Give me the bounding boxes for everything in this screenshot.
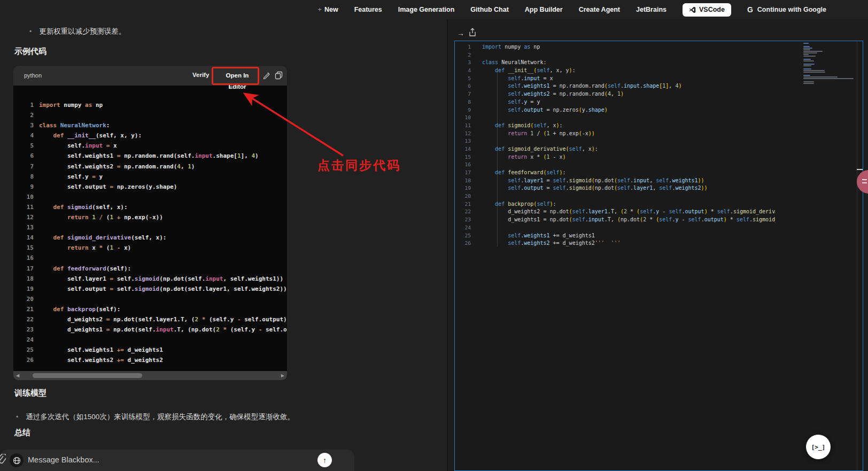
line-number: 8: [455, 98, 471, 106]
scroll-left-icon[interactable]: ◀: [16, 372, 19, 380]
code-line: 15 return x * (1 - x): [13, 243, 287, 253]
code-line: 15 return x * (1 - x): [455, 153, 776, 161]
minimap[interactable]: [803, 43, 856, 91]
line-number: 7: [13, 161, 34, 172]
code-line-content: self.weights1 = np.random.rand(self.inpu…: [482, 82, 681, 90]
code-line: 18 self.layer1 = self.sigmoid(np.dot(sel…: [455, 177, 776, 185]
minimap-line: [803, 48, 812, 49]
share-icon[interactable]: [469, 28, 476, 37]
code-line-content: def backprop(self):: [39, 304, 120, 314]
nav-item-new[interactable]: +New: [318, 6, 338, 13]
badge-glyph: [862, 179, 867, 180]
line-number: 13: [455, 137, 471, 145]
web-search-globe-button[interactable]: [10, 453, 24, 467]
line-number: 17: [13, 264, 34, 274]
code-line: 7 self.weights2 = np.random.rand(4, 1): [13, 161, 287, 172]
bullet-text: 更新权重以减少预测误差。: [39, 27, 126, 36]
line-number: 1: [455, 43, 471, 51]
horizontal-scrollbar[interactable]: ◀ ▶: [13, 371, 287, 380]
arrow-up-icon: ↑: [323, 456, 327, 465]
section-heading-train-model: 训练模型: [14, 388, 46, 398]
line-number: 14: [13, 233, 34, 243]
line-number: 11: [455, 122, 471, 130]
editor-scrollbar[interactable]: [857, 41, 857, 470]
line-number: 11: [13, 202, 34, 212]
code-line: 12 return 1 / (1 + np.exp(-x)): [455, 130, 776, 138]
nav-item-github-chat[interactable]: Github Chat: [470, 6, 509, 13]
minimap-line: [803, 72, 825, 73]
continue-with-google-button[interactable]: G Continue with Google: [747, 5, 826, 14]
code-line: 12 return 1 / (1 + np.exp(-x)): [13, 212, 287, 222]
edit-pencil-icon[interactable]: [262, 71, 270, 79]
code-line-content: self.output = self.sigmoid(np.dot(self.l…: [39, 284, 287, 294]
code-line-content: import numpy as np: [39, 100, 103, 110]
nav-item-create-agent[interactable]: Create Agent: [579, 6, 620, 13]
code-line-content: self.weights2 += d_weights2''' ''': [482, 240, 621, 248]
code-line: 10: [13, 192, 287, 202]
vscode-button[interactable]: VSCode: [683, 3, 731, 17]
code-line: 16: [455, 161, 776, 169]
badge-dash-icon: [857, 169, 863, 170]
list-item: • 更新权重以减少预测误差。: [29, 27, 126, 36]
line-number: 6: [13, 151, 34, 161]
scrollbar-thumb[interactable]: [33, 373, 142, 378]
code-line: 9 self.output = np.zeros(y.shape): [13, 182, 287, 192]
line-number: 12: [13, 212, 34, 222]
line-number: 2: [13, 110, 34, 120]
code-line: 11 def sigmoid(self, x):: [13, 202, 287, 212]
code-line-content: self.output = self.sigmoid(np.dot(self.l…: [482, 184, 708, 192]
vscode-logo-icon: [689, 6, 696, 13]
code-line-content: def __init__(self, x, y):: [482, 67, 576, 75]
line-number: 23: [13, 325, 34, 335]
nav-item-features[interactable]: Features: [354, 6, 382, 13]
code-line: 3class NeuralNetwork:: [455, 59, 776, 67]
minimap-line: [803, 60, 814, 61]
code-line-content: return 1 / (1 + np.exp(-x)): [39, 212, 163, 222]
line-number: 19: [455, 184, 471, 192]
minimap-line: [803, 78, 854, 79]
code-block-body: 1import numpy as np23class NeuralNetwork…: [13, 86, 287, 371]
scroll-right-icon[interactable]: ▶: [281, 372, 284, 380]
line-number: 1: [13, 100, 34, 110]
code-line: 10: [455, 114, 776, 122]
minimap-line: [803, 64, 815, 65]
message-input[interactable]: Message Blackbox...: [28, 455, 99, 464]
code-line-content: def __init__(self, x, y):: [39, 130, 142, 141]
line-number: 12: [455, 130, 471, 138]
code-line: 9 self.output = np.zeros(y.shape): [455, 106, 776, 114]
code-line: 26 self.weights2 += d_weights2''' ''': [455, 240, 776, 248]
line-number: 24: [13, 335, 34, 345]
line-number: 25: [13, 345, 34, 355]
code-line-content: self.weights2 = np.random.rand(4, 1): [39, 161, 195, 172]
bullet-icon: •: [29, 27, 32, 36]
code-line: 25 self.weights1 += d_weights1: [13, 345, 287, 355]
line-number: 4: [455, 67, 471, 75]
line-number: 14: [455, 145, 471, 153]
annotation-text: 点击同步代码: [317, 157, 401, 174]
forward-arrow-icon[interactable]: →: [457, 29, 464, 37]
open-in-editor-button[interactable]: Open In Editor: [217, 70, 258, 81]
copy-icon[interactable]: [275, 71, 283, 80]
line-number: 8: [13, 172, 34, 182]
code-line-content: def feedforward(self):: [482, 169, 566, 177]
nav-item-app-builder[interactable]: App Builder: [525, 6, 563, 13]
code-line: 4 def __init__(self, x, y):: [13, 130, 287, 141]
nav-item-jetbrains[interactable]: JetBrains: [636, 6, 666, 13]
code-editor[interactable]: 1import numpy as np23class NeuralNetwork…: [454, 41, 863, 471]
code-line: 21 def backprop(self):: [455, 200, 776, 209]
terminal-code-icon: [>_]: [811, 444, 826, 451]
code-line-content: def sigmoid(self, x):: [482, 122, 563, 130]
code-line: 23 d_weights1 = np.dot(self.input.T, (np…: [13, 325, 287, 335]
code-preview-floating-button[interactable]: [>_]: [806, 435, 831, 459]
nav-item-image-generation[interactable]: Image Generation: [398, 6, 455, 13]
editor-code-area: 1import numpy as np23class NeuralNetwork…: [455, 41, 776, 248]
list-item: • 通过多次迭代（如1500次）来训练模型，观察损失函数的变化，确保模型逐渐收敛…: [16, 412, 294, 422]
attachment-paperclip-icon[interactable]: [0, 454, 6, 467]
line-number: 20: [13, 294, 34, 304]
minimap-line: [803, 43, 809, 44]
verify-button[interactable]: Verify: [192, 72, 209, 78]
line-number: 21: [13, 304, 34, 314]
send-button[interactable]: ↑: [317, 453, 332, 467]
code-line: 24: [455, 224, 776, 232]
line-number: 10: [13, 192, 34, 202]
